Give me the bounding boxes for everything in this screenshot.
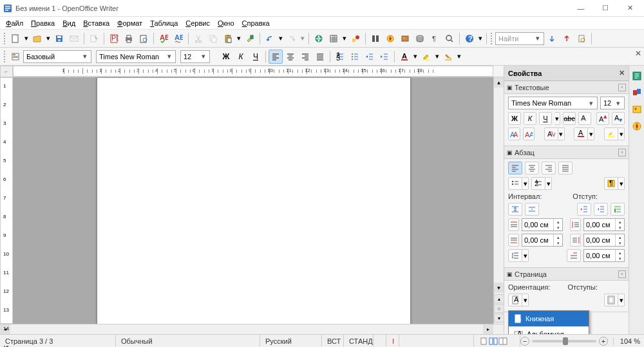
- help-dropdown[interactable]: ▾: [477, 32, 484, 46]
- paste-button[interactable]: [221, 32, 235, 46]
- sidebar-underline-button[interactable]: Ч: [539, 112, 552, 125]
- status-insert[interactable]: ВСТ: [322, 335, 344, 347]
- para-bg-dropdown[interactable]: ▾: [618, 177, 625, 190]
- orientation-landscape[interactable]: A Альбомная: [509, 326, 589, 334]
- font-color-button[interactable]: A: [397, 50, 412, 64]
- highlight-dropdown[interactable]: ▾: [434, 50, 440, 64]
- find-combo[interactable]: Найти▾: [495, 32, 544, 45]
- dec-indent-button[interactable]: [594, 203, 608, 216]
- orientation-button[interactable]: A: [508, 294, 522, 306]
- vertical-scrollbar[interactable]: ▲ ▼ ▴ ○ ▾: [493, 77, 504, 324]
- menu-правка[interactable]: Правка: [28, 19, 58, 28]
- shrink-font-button[interactable]: AA: [523, 127, 535, 140]
- email-button[interactable]: [67, 32, 81, 46]
- margins-button[interactable]: [604, 294, 618, 306]
- spacing-dropdown[interactable]: ▾: [558, 127, 565, 140]
- table-button[interactable]: [327, 32, 341, 46]
- zoom-out-button[interactable]: −: [520, 337, 529, 346]
- table-dropdown[interactable]: ▾: [341, 32, 348, 46]
- save-button[interactable]: [52, 32, 66, 46]
- style-combo[interactable]: Базовый▾: [23, 50, 91, 63]
- indent-right-input[interactable]: ▴▾: [583, 234, 625, 247]
- number-dropdown[interactable]: ▾: [545, 177, 552, 190]
- para-align-center-button[interactable]: [525, 162, 539, 174]
- space-above-input[interactable]: ▴▾: [522, 218, 563, 231]
- indent-left-input[interactable]: ▴▾: [583, 218, 625, 231]
- sidebar-bold-button[interactable]: Ж: [508, 112, 521, 125]
- maximize-button[interactable]: ☐: [599, 2, 612, 15]
- scroll-track[interactable]: [494, 88, 504, 283]
- line-spacing-button[interactable]: [508, 249, 522, 262]
- find-next-button[interactable]: [545, 32, 559, 46]
- hyperlink-button[interactable]: [312, 32, 326, 46]
- zoom-button[interactable]: [442, 32, 457, 46]
- align-center-button[interactable]: [283, 50, 298, 64]
- hanging-indent-button[interactable]: [611, 203, 625, 216]
- new-button[interactable]: [8, 32, 23, 46]
- para-align-left-button[interactable]: [508, 162, 522, 174]
- nav-next-button[interactable]: ▾: [494, 314, 504, 323]
- nav-prev-button[interactable]: ▴: [494, 294, 504, 303]
- status-lang[interactable]: Русский: [260, 335, 322, 347]
- scroll-up-button[interactable]: ▲: [494, 77, 504, 88]
- font-combo[interactable]: Times New Roman▾: [96, 50, 176, 63]
- horizontal-ruler[interactable]: 1123456789101112131415161718: [13, 66, 493, 77]
- navigator-button[interactable]: [383, 32, 397, 46]
- number-button[interactable]: 12: [531, 177, 545, 190]
- bg-color-dropdown[interactable]: ▾: [456, 50, 462, 64]
- autospell-button[interactable]: ABC: [171, 32, 185, 46]
- sidebar-close-button[interactable]: ✕: [619, 69, 625, 77]
- align-justify-button[interactable]: [313, 50, 327, 64]
- grow-font-button[interactable]: AA: [508, 127, 520, 140]
- para-align-right-button[interactable]: [542, 162, 556, 174]
- minimize-button[interactable]: —: [574, 2, 587, 15]
- drawing-button[interactable]: [348, 32, 363, 46]
- menu-вставка[interactable]: Вставка: [80, 19, 113, 28]
- inc-spacing-button[interactable]: [508, 203, 522, 216]
- find-toolbar-grip[interactable]: [491, 33, 493, 44]
- close-button[interactable]: ✕: [623, 2, 636, 15]
- bullet-button[interactable]: [508, 177, 522, 190]
- italic-button[interactable]: К: [234, 50, 248, 64]
- bullet-list-button[interactable]: [348, 50, 362, 64]
- edit-button[interactable]: [87, 32, 101, 46]
- find-replace-button[interactable]: [368, 32, 383, 46]
- page-section-title[interactable]: ▣Страница▫: [504, 268, 629, 281]
- inc-indent-button[interactable]: [577, 203, 591, 216]
- preview-button[interactable]: [137, 32, 151, 46]
- highlight-button2[interactable]: [604, 127, 618, 140]
- menu-окно[interactable]: Окно: [214, 19, 238, 28]
- styles-button[interactable]: [8, 50, 23, 64]
- sidebar-font-combo[interactable]: Times New Roman▾: [508, 97, 598, 109]
- highlight-button[interactable]: [419, 50, 433, 64]
- paragraph-section-title[interactable]: ▣Абзац▫: [504, 146, 629, 159]
- close-doc-button[interactable]: ✕: [635, 49, 641, 58]
- scroll-right-button[interactable]: ▸: [483, 324, 493, 334]
- redo-dropdown[interactable]: ▾: [299, 32, 306, 46]
- sidebar-sub-button[interactable]: A▾: [612, 112, 625, 125]
- line-spacing-dropdown[interactable]: ▾: [522, 249, 529, 262]
- gallery-button[interactable]: [398, 32, 412, 46]
- status-selection[interactable]: СТАНД: [344, 335, 374, 347]
- bg-color-button[interactable]: [441, 50, 455, 64]
- sidebar-strike-button[interactable]: abc: [563, 112, 576, 125]
- open-dropdown[interactable]: ▾: [45, 32, 52, 46]
- sidebar-size-combo[interactable]: 12▾: [600, 97, 625, 109]
- nonprinting-button[interactable]: ¶: [428, 32, 442, 46]
- status-page[interactable]: Страница 3 / 3: [0, 335, 116, 347]
- indent-first-input[interactable]: ▴▾: [583, 249, 625, 262]
- sidebar-shadow-button[interactable]: AA: [578, 112, 591, 125]
- menu-таблица[interactable]: Таблица: [147, 19, 181, 28]
- find-all-button[interactable]: [574, 32, 589, 46]
- spellcheck-button[interactable]: ABC: [156, 32, 171, 46]
- new-dropdown[interactable]: ▾: [23, 32, 30, 46]
- font-color-dropdown2[interactable]: ▾: [588, 127, 594, 140]
- copy-button[interactable]: [206, 32, 220, 46]
- toolbar-grip[interactable]: [4, 51, 6, 62]
- bullet-dropdown[interactable]: ▾: [522, 177, 529, 190]
- cut-button[interactable]: [191, 32, 205, 46]
- menu-сервис[interactable]: Сервис: [182, 19, 213, 28]
- margins-dropdown[interactable]: ▾: [618, 294, 625, 306]
- status-signature[interactable]: [386, 335, 399, 347]
- page[interactable]: [97, 77, 411, 324]
